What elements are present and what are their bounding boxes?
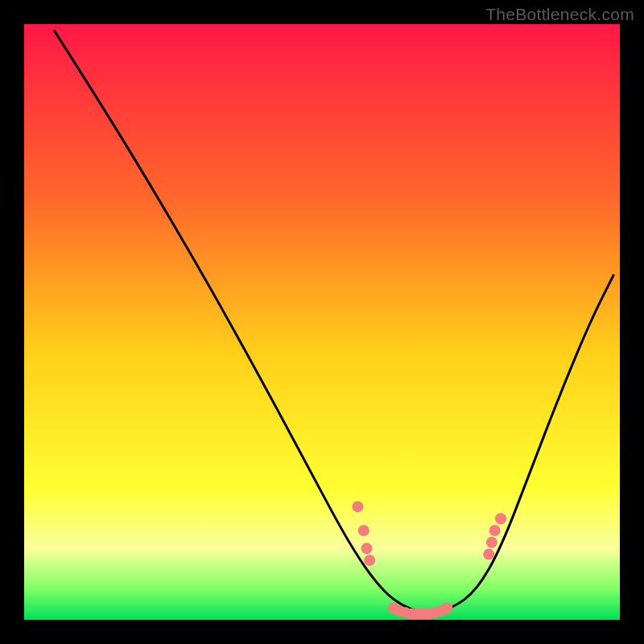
data-point	[483, 549, 494, 560]
bottleneck-chart	[24, 24, 620, 620]
data-point	[489, 525, 501, 536]
data-point	[486, 537, 497, 548]
gradient-background	[24, 24, 620, 620]
chart-svg	[24, 24, 620, 620]
data-point	[364, 555, 375, 566]
data-point	[358, 525, 369, 536]
data-point	[352, 501, 363, 512]
watermark-text: TheBottleneck.com	[485, 5, 634, 24]
data-point	[441, 602, 452, 613]
data-point	[495, 513, 506, 524]
data-point	[361, 543, 373, 554]
